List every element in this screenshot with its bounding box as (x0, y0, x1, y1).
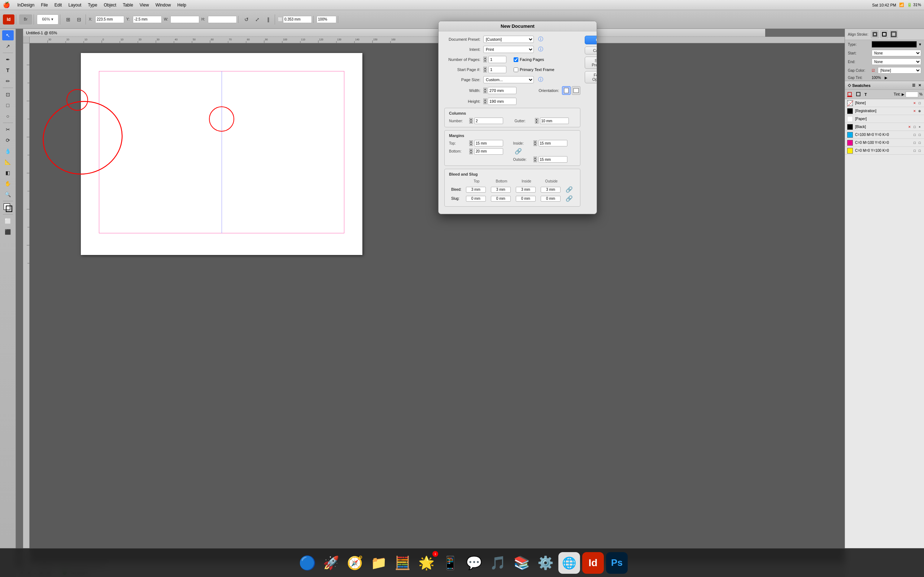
width-spinner[interactable]: ▲ ▼ (483, 88, 487, 93)
dock-finder[interactable]: 🔵 (296, 552, 318, 574)
gap-tint-arrow[interactable]: ▶ (885, 76, 888, 80)
free-transform-tool[interactable]: ⟳ (2, 135, 14, 145)
primary-text-checkbox[interactable] (514, 68, 518, 72)
intent-info-icon[interactable]: ⓘ (538, 46, 543, 53)
fewer-options-button[interactable]: Fewer Options (585, 71, 597, 83)
hand-tool[interactable]: ✋ (2, 179, 14, 189)
bottom-input[interactable] (474, 148, 503, 155)
swatches-header[interactable]: ◇ Swatches ☰ ✕ (845, 81, 924, 90)
preview-mode-btn[interactable]: ⬛ (2, 227, 14, 237)
menu-file[interactable]: File (38, 2, 50, 8)
pages-spinner[interactable]: ▲ ▼ (483, 56, 487, 62)
slug-inside-input[interactable] (516, 196, 536, 201)
pages-input[interactable] (488, 56, 506, 63)
slug-outside-input[interactable] (541, 196, 561, 201)
swatch-none[interactable]: [None] ✕ □ (845, 99, 924, 107)
intent-select[interactable]: Print (483, 46, 534, 53)
dock-photos[interactable]: 🌟 1 (415, 552, 437, 574)
h-input[interactable] (208, 16, 237, 23)
zoom-tool[interactable]: 🔍 (2, 189, 14, 200)
bleed-top-input[interactable] (466, 187, 486, 193)
dock-files[interactable]: 📁 (368, 552, 389, 574)
menu-view[interactable]: View (137, 2, 152, 8)
swatches-panel-menu[interactable]: ☰ (912, 83, 915, 87)
menu-indesign[interactable]: InDesign (15, 2, 37, 8)
menu-layout[interactable]: Layout (65, 2, 84, 8)
eyedropper-tool[interactable]: 💧 (2, 146, 14, 156)
pencil-tool[interactable]: ✏ (2, 76, 14, 86)
fill-icon[interactable] (846, 91, 854, 98)
swatch-registration[interactable]: [Registration] ✕ ⊕ (845, 107, 924, 115)
page-size-select[interactable]: Custom... (483, 76, 534, 83)
menu-window[interactable]: Window (153, 2, 174, 8)
direct-selection-tool[interactable]: ↗ (2, 41, 14, 51)
ok-button[interactable]: OK (585, 36, 597, 44)
dock-calculator[interactable]: 🧮 (392, 552, 413, 574)
portrait-btn[interactable] (562, 86, 571, 95)
start-up[interactable]: ▲ (483, 67, 487, 69)
normal-mode-btn[interactable]: ⬜ (2, 216, 14, 226)
dock-facetime[interactable]: 📱 (439, 552, 461, 574)
measure-tool[interactable]: 📐 (2, 157, 14, 167)
menu-table[interactable]: Table (120, 2, 136, 8)
scale-btn[interactable]: ⤢ (252, 15, 262, 24)
inside-input[interactable] (538, 140, 567, 147)
y-input[interactable] (133, 16, 162, 23)
bleed-bottom-input[interactable] (491, 187, 511, 193)
fill-stroke-indicator[interactable] (3, 203, 13, 213)
swatch-magenta[interactable]: C=0 M=100 Y=0 K=0 □ □ (845, 139, 924, 147)
rectangle-frame-tool[interactable]: ⊡ (2, 89, 14, 100)
swatch-paper[interactable]: [Paper] (845, 115, 924, 123)
slug-top-input[interactable] (466, 196, 486, 201)
type-dropdown-arrow[interactable]: ▾ (919, 42, 921, 47)
bridge-button[interactable]: Br (19, 15, 32, 24)
slug-bottom-input[interactable] (491, 196, 511, 201)
preset-info-icon[interactable]: ⓘ (538, 36, 543, 43)
outside-spinner[interactable]: ▲ ▼ (533, 156, 537, 162)
inside-spinner[interactable]: ▲ ▼ (533, 140, 537, 146)
start-page-input[interactable] (488, 66, 506, 73)
preset-select[interactable]: [Custom] (483, 36, 534, 43)
end-select[interactable]: None (872, 58, 921, 65)
menu-bar-wifi[interactable]: 📶 (899, 3, 904, 7)
rectangle-tool[interactable]: □ (2, 100, 14, 110)
save-preset-button[interactable]: Save Preset... (585, 56, 597, 69)
swatch-cyan[interactable]: C=100 M=0 Y=0 K=0 □ □ (845, 131, 924, 139)
dock-photoshop[interactable]: Ps (606, 552, 628, 574)
pages-up[interactable]: ▲ (483, 56, 487, 60)
slug-chain-icon[interactable]: 🔗 (565, 195, 573, 201)
start-select[interactable]: None (872, 50, 921, 56)
gap-color-select[interactable]: [None] (878, 67, 921, 74)
dock-chrome[interactable]: 🌐 (558, 552, 580, 574)
dock-books[interactable]: 📚 (511, 552, 532, 574)
selection-tool[interactable]: ↖ (2, 30, 14, 40)
preview-btn[interactable]: ⊟ (74, 15, 84, 24)
align-center-btn[interactable] (880, 30, 888, 38)
w-input[interactable] (170, 16, 199, 23)
width-input[interactable] (488, 87, 517, 94)
type-tool[interactable]: T (2, 65, 14, 76)
stroke-swatch-icon[interactable] (855, 91, 862, 98)
dock-preferences[interactable]: ⚙️ (535, 552, 556, 574)
apple-menu-icon[interactable]: 🍎 (3, 2, 10, 8)
swatches-close[interactable]: ✕ (918, 83, 921, 87)
swatch-text-icon[interactable]: T (864, 92, 867, 97)
zoom-dropdown[interactable]: 66% ▾ (37, 15, 58, 24)
bleed-chain-icon[interactable]: 🔗 (565, 187, 573, 193)
menu-help[interactable]: Help (174, 2, 189, 8)
dock-safari[interactable]: 🧭 (344, 552, 366, 574)
dock-launchpad[interactable]: 🚀 (320, 552, 342, 574)
cancel-button[interactable]: Cancel (585, 47, 597, 55)
stroke-input[interactable] (283, 16, 312, 23)
tint-arrow[interactable]: ▶ (901, 92, 905, 96)
top-spinner[interactable]: ▲ ▼ (469, 140, 473, 146)
dock-indesign[interactable]: Id (582, 552, 604, 574)
pages-down[interactable]: ▼ (483, 60, 487, 62)
document-tab[interactable]: Untitled-1 @ 65% (23, 29, 765, 37)
bottom-spinner[interactable]: ▲ ▼ (469, 148, 473, 154)
facing-pages-checkbox[interactable] (514, 57, 518, 62)
zoom-input[interactable] (317, 16, 336, 23)
ellipse-tool[interactable]: ○ (2, 111, 14, 121)
chain-icon[interactable]: 🔗 (515, 148, 522, 155)
tint-input[interactable] (906, 92, 918, 97)
